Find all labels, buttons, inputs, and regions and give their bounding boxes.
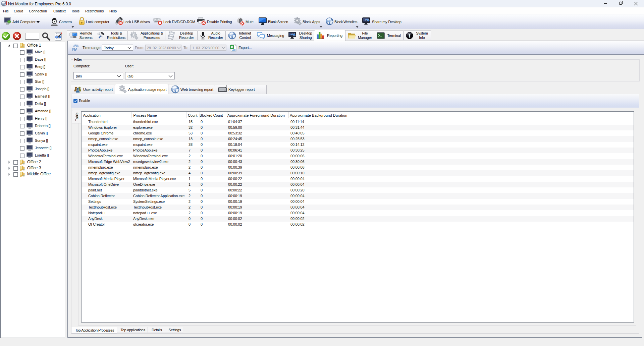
svg-text:i: i (409, 33, 410, 39)
